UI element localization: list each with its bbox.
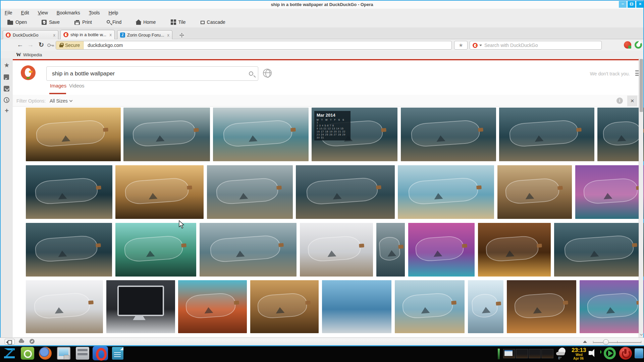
logout-icon[interactable] [604,347,616,359]
add-panel-icon[interactable]: + [4,108,10,114]
scroll-up-icon[interactable] [583,341,587,343]
maximize-icon [630,3,633,5]
close-button[interactable]: × [636,1,644,8]
toggle-panels-button[interactable] [5,339,15,345]
zoom-tick [593,341,593,343]
menu-tools[interactable]: Tools [89,10,100,15]
wikipedia-favicon: W [16,52,21,58]
info-icon[interactable]: i [616,98,623,104]
shutdown-icon[interactable] [619,347,632,360]
cloud-sync-icon[interactable] [19,340,24,343]
filter-options-label: Filter Options: [16,98,46,104]
extension-icon-green[interactable] [635,41,642,49]
bookmark-wikipedia[interactable]: Wikipedia [23,52,42,57]
key-icon[interactable] [47,43,54,47]
hamburger-menu-icon[interactable] [635,70,639,76]
workspace-cell[interactable] [529,349,541,358]
zorin-favicon: Z [120,33,125,38]
workspace-cell[interactable] [516,349,528,358]
extension-icon-red[interactable] [624,41,631,49]
images-toggle-icon[interactable] [30,339,35,344]
forward-button[interactable]: → [26,41,35,49]
tab-close-icon[interactable]: x [166,33,170,38]
duckduckgo-favicon [6,33,11,38]
title-bar: ship in a bottle wallpaper at DuckDuckGo… [1,1,643,9]
downloads-panel-icon[interactable] [4,86,9,92]
volume-wave-icon [597,350,601,354]
menu-view[interactable]: View [38,10,48,15]
opera-taskbar-icon[interactable] [93,346,108,360]
workspace-cell[interactable] [541,349,553,358]
size-filter-dropdown[interactable]: All Sizes [50,98,72,104]
bookmarks-panel-icon[interactable]: ★ [4,62,10,68]
page-top-rule [13,59,639,60]
scrollbar-thumb[interactable] [640,59,643,112]
tab-duckduckgo[interactable]: DuckDuckGo x [3,30,58,39]
tab-close-icon[interactable]: x [52,33,56,38]
menu-edit[interactable]: Edit [21,10,29,15]
software-center-icon[interactable] [21,347,34,360]
minimize-button[interactable]: − [619,1,627,8]
lock-icon [59,45,63,47]
folder-icon [7,21,13,25]
firefox-icon[interactable] [39,347,52,360]
show-desktop-icon[interactable] [635,348,643,358]
url-field[interactable]: Secure duckduckgo.com [56,41,452,50]
tab-ship-in-a-bottle[interactable]: ship in a bottle w... x [60,30,115,39]
secure-badge[interactable]: Secure [56,41,84,49]
ddg-search-input[interactable] [51,70,249,77]
nav-tab-videos[interactable]: Videos [69,83,85,88]
tab-zorin-forum[interactable]: Z Zorin Group Foru... x [117,30,172,39]
new-tab-button[interactable] [178,32,184,38]
opera-browser-window: ship in a bottle wallpaper at DuckDuckGo… [0,0,644,362]
maximize-button[interactable] [628,1,635,8]
search-input[interactable] [484,42,599,48]
search-icon[interactable] [249,71,253,76]
weather-temperature: 8° [558,356,562,360]
vertical-scrollbar[interactable] [639,58,643,338]
save-button[interactable]: Save [42,19,60,25]
workspace-cell[interactable] [503,349,515,358]
ddg-search-box[interactable] [46,66,258,81]
close-filter-button[interactable]: × [627,96,637,106]
taskbar-clock-time[interactable]: 23:13 [572,347,586,354]
tile-button[interactable]: Tile [171,19,186,25]
home-button[interactable]: Home [136,19,156,25]
find-button[interactable]: Find [107,19,121,25]
status-bar [0,338,644,345]
region-globe-icon[interactable] [263,69,272,77]
zoom-slider-thumb[interactable] [603,339,609,345]
history-panel-icon[interactable] [4,97,9,103]
scroll-down-arrow[interactable] [640,333,643,336]
screenshot-tool-icon[interactable] [57,347,70,360]
menu-bookmarks[interactable]: Bookmarks [57,10,80,15]
tab-close-icon[interactable]: x [108,32,112,37]
tile-icon [171,19,176,25]
browser-search-field[interactable] [470,41,602,50]
zorin-menu-icon[interactable] [3,347,16,360]
reload-button[interactable]: ↻ [37,41,46,49]
chevron-down-icon[interactable] [479,45,482,46]
file-manager-icon[interactable] [76,347,89,360]
url-text: duckduckgo.com [84,43,123,48]
printer-icon [74,21,80,25]
menu-file[interactable]: File [5,10,12,15]
nav-tab-images[interactable]: Images [50,83,66,88]
bookmark-star-button[interactable]: ★ [454,41,468,50]
window-title: ship in a bottle wallpaper at DuckDuckGo… [1,1,643,9]
print-button[interactable]: Print [74,19,92,25]
menu-help[interactable]: Help [109,10,118,15]
chevron-down-icon [69,99,72,102]
notes-panel-icon[interactable] [4,74,9,80]
panel-sidebar: ★ + [1,58,13,338]
libreoffice-icon[interactable] [112,347,123,360]
address-bar: ← → ↻ Secure duckduckgo.com ★ [1,39,643,51]
cascade-button[interactable]: Cascade [201,19,225,25]
cascade-icon [201,21,205,24]
volume-icon[interactable] [589,348,596,358]
open-button[interactable]: Open [7,19,27,25]
duckduckgo-favicon [473,43,478,48]
mouse-cursor [179,220,185,229]
toolbar: Open Save Print Find Home Tile Cascade [1,17,643,27]
back-button[interactable]: ← [16,41,24,49]
